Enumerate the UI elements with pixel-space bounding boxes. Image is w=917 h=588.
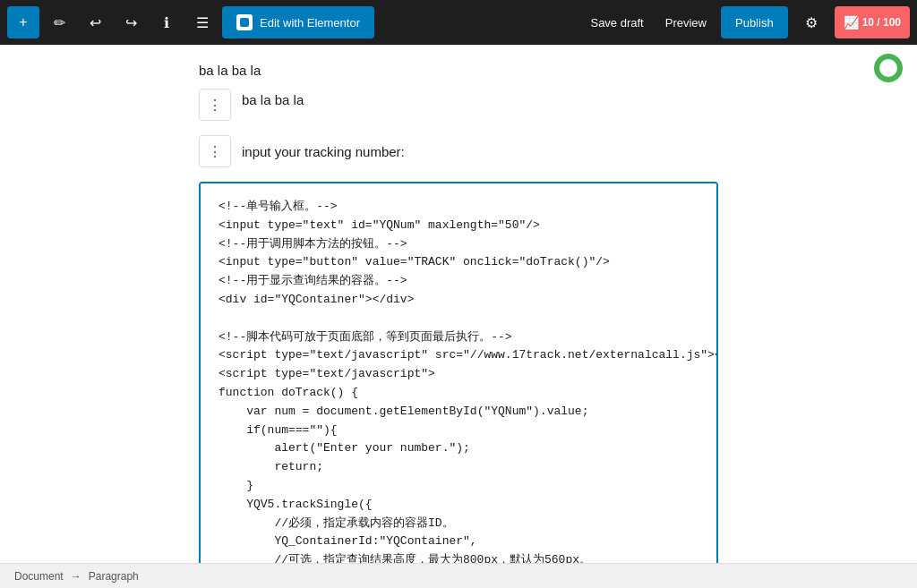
list-button[interactable]: ☰ bbox=[186, 6, 219, 38]
tracking-dots-icon: ⋮ bbox=[208, 143, 222, 160]
info-button[interactable]: ℹ bbox=[150, 6, 183, 38]
add-block-button[interactable]: + bbox=[7, 6, 39, 38]
tracking-block-row: ⋮ input your tracking number: bbox=[199, 135, 718, 167]
redo-icon: ↪ bbox=[125, 14, 137, 31]
code-block-container: <!--单号输入框。--> <input type="text" id="YQN… bbox=[199, 182, 718, 563]
info-icon: ℹ bbox=[164, 14, 169, 31]
score-value: 10 / 100 bbox=[862, 16, 901, 29]
redo-button[interactable]: ↪ bbox=[115, 6, 147, 38]
pen-button[interactable]: ✏ bbox=[43, 6, 75, 38]
score-icon: 📈 bbox=[844, 15, 859, 30]
block-row: ⋮ ba la ba la bbox=[199, 89, 718, 121]
paragraph-line2: ba la ba la bbox=[242, 92, 304, 107]
preview-button[interactable]: Preview bbox=[658, 16, 714, 30]
undo-icon: ↩ bbox=[90, 14, 101, 31]
undo-button[interactable]: ↩ bbox=[79, 6, 111, 38]
status-bar: Document → Paragraph bbox=[0, 563, 917, 588]
publish-button[interactable]: Publish bbox=[721, 6, 788, 38]
status-paragraph[interactable]: Paragraph bbox=[89, 570, 139, 583]
save-draft-button[interactable]: Save draft bbox=[583, 16, 650, 30]
avatar bbox=[874, 54, 903, 82]
content-area: ba la ba la ⋮ ba la ba la ⋮ input your t… bbox=[56, 45, 861, 563]
edit-with-elementor-button[interactable]: Edit with Elementor bbox=[222, 6, 374, 38]
list-icon: ☰ bbox=[196, 14, 209, 31]
toolbar-right: Save draft Preview Publish ⚙ 📈 10 / 100 bbox=[583, 6, 910, 38]
plus-icon: + bbox=[19, 14, 27, 30]
paragraph-line1: ba la ba la bbox=[199, 63, 718, 78]
settings-button[interactable]: ⚙ bbox=[795, 6, 827, 38]
gear-icon: ⚙ bbox=[805, 14, 818, 31]
pen-icon: ✏ bbox=[54, 14, 65, 31]
status-arrow: → bbox=[71, 570, 81, 583]
dots-icon: ⋮ bbox=[208, 97, 222, 114]
elementor-icon bbox=[236, 14, 253, 30]
status-document[interactable]: Document bbox=[14, 570, 64, 583]
toolbar: + ✏ ↩ ↪ ℹ ☰ Edit with Elementor Save dra… bbox=[0, 0, 917, 45]
tracking-label: input your tracking number: bbox=[242, 144, 405, 159]
block-options-button[interactable]: ⋮ bbox=[199, 89, 231, 121]
code-block[interactable]: <!--单号输入框。--> <input type="text" id="YQN… bbox=[201, 183, 716, 563]
elementor-button-label: Edit with Elementor bbox=[260, 16, 360, 30]
editor-area: ba la ba la ⋮ ba la ba la ⋮ input your t… bbox=[0, 45, 917, 563]
tracking-block-options-button[interactable]: ⋮ bbox=[199, 135, 231, 167]
seo-score-badge[interactable]: 📈 10 / 100 bbox=[835, 6, 910, 38]
toolbar-left: + ✏ ↩ ↪ ℹ ☰ Edit with Elementor bbox=[7, 6, 374, 38]
